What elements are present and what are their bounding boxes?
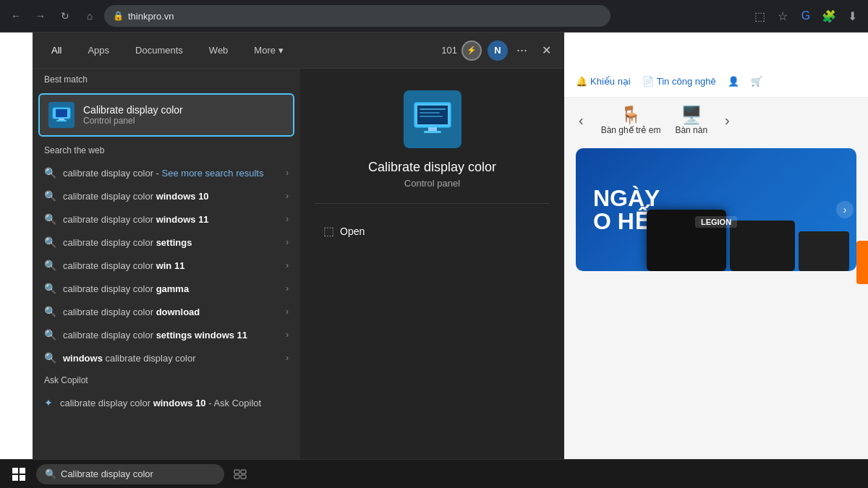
best-match-icon [48, 102, 75, 128]
product-name-1: Bàn ghế trẻ em [601, 125, 661, 135]
result-text-8: windows calibrate display color [63, 353, 278, 364]
tab-apps[interactable]: Apps [76, 40, 121, 60]
tech-news-nav[interactable]: 📄 Tin công nghê [642, 76, 716, 87]
complaint-label: Khiếu nại [590, 76, 631, 87]
back-button[interactable]: ← [6, 6, 26, 26]
search-result-1[interactable]: 🔍 calibrate display color windows 10 › [33, 184, 300, 207]
svg-rect-18 [241, 475, 246, 479]
best-match-text: Calibrate display color Control panel [83, 104, 183, 126]
taskbar-search-box[interactable]: 🔍 Calibrate display color [36, 464, 224, 484]
svg-rect-15 [234, 470, 239, 474]
complaint-nav[interactable]: 🔔 Khiếu nại [576, 76, 631, 87]
main-content: 🔔 Khiếu nại 📄 Tin công nghê 👤 🛒 ‹ 🪑 Bàn … [0, 33, 868, 488]
result-text-1: calibrate display color windows 10 [63, 191, 278, 202]
tab-web[interactable]: Web [197, 40, 240, 60]
reload-button[interactable]: ↻ [55, 6, 75, 26]
next-arrow[interactable]: › [722, 112, 733, 129]
chevron-6: › [286, 307, 289, 317]
svg-rect-7 [420, 112, 440, 114]
notification-count: 101 ⚡ [441, 40, 482, 61]
download-button[interactable]: ⬇ [842, 6, 862, 26]
bookmark-button[interactable]: ☆ [773, 6, 793, 26]
promo-line1: NGÀY [593, 187, 663, 210]
prev-arrow[interactable]: ‹ [576, 112, 587, 129]
app-detail-name: Calibrate display color [368, 160, 496, 175]
search-icon-8: 🔍 [44, 352, 56, 364]
cast-button[interactable]: ⬚ [749, 6, 770, 26]
best-match-label: Best match [33, 69, 300, 90]
search-result-7[interactable]: 🔍 calibrate display color settings windo… [33, 323, 300, 346]
browser-chrome: ← → ↻ ⌂ 🔒 thinkpro.vn ⬚ ☆ G 🧩 ⬇ [0, 0, 868, 33]
chevron-8: › [286, 353, 289, 363]
search-result-3[interactable]: 🔍 calibrate display color settings › [33, 231, 300, 254]
close-button[interactable]: ✕ [536, 40, 557, 60]
app-detail-panel: Calibrate display color Control panel ⬚ … [300, 69, 564, 488]
svg-rect-10 [424, 131, 441, 133]
search-result-0[interactable]: 🔍 calibrate display color - See more sea… [33, 161, 300, 184]
result-text-0: calibrate display color - See more searc… [63, 168, 278, 179]
windows-start-button[interactable] [7, 463, 30, 486]
tech-news-label: Tin công nghê [657, 76, 716, 87]
more-options-button[interactable]: ··· [514, 40, 530, 61]
svg-rect-2 [59, 119, 64, 120]
search-result-8[interactable]: 🔍 windows calibrate display color › [33, 346, 300, 369]
user-avatar[interactable]: N [488, 40, 508, 61]
copilot-result-0[interactable]: ✦ calibrate display color windows 10 - A… [33, 391, 300, 414]
search-result-4[interactable]: 🔍 calibrate display color win 11 › [33, 254, 300, 277]
tab-documents[interactable]: Documents [124, 40, 195, 60]
search-icon-7: 🔍 [44, 329, 56, 341]
see-more-link[interactable]: See more search results [162, 168, 264, 179]
svg-rect-14 [20, 475, 25, 481]
count-value: 101 [441, 45, 457, 56]
start-menu-body: Best match Calibrate display color Contr… [33, 69, 564, 488]
user-nav[interactable]: 👤 [728, 76, 739, 87]
app-large-icon [404, 90, 461, 148]
svg-rect-16 [241, 470, 246, 474]
extensions-button[interactable]: 🧩 [819, 6, 839, 26]
detail-divider [315, 203, 550, 204]
result-text-6: calibrate display color download [63, 307, 278, 317]
home-button[interactable]: ⌂ [80, 6, 100, 26]
result-text-7: calibrate display color settings windows… [63, 330, 278, 341]
svg-rect-17 [234, 475, 239, 479]
copilot-text-0: calibrate display color windows 10 - Ask… [60, 398, 289, 408]
promo-next-arrow[interactable]: › [836, 201, 854, 218]
ask-copilot-label: Ask Copilot [33, 369, 300, 391]
site-nav: 🔔 Khiếu nại 📄 Tin công nghê 👤 🛒 [564, 65, 868, 98]
taskbar: 🔍 Calibrate display color [0, 459, 868, 488]
forward-button[interactable]: → [30, 6, 51, 26]
svg-rect-1 [56, 109, 67, 117]
search-icon-4: 🔍 [44, 260, 56, 271]
product-name-2: Bàn nàn [675, 125, 707, 135]
cart-nav[interactable]: 🛒 [751, 76, 762, 87]
chevron-2: › [286, 214, 289, 224]
promo-banner: NGÀY O HẾT LEGION › [576, 148, 856, 271]
search-icon-5: 🔍 [44, 283, 56, 294]
svg-rect-6 [420, 108, 446, 110]
url-text: thinkpro.vn [128, 11, 602, 22]
search-result-2[interactable]: 🔍 calibrate display color windows 11 › [33, 207, 300, 231]
taskbar-search-text: Calibrate display color [61, 468, 153, 479]
svg-rect-3 [56, 120, 67, 121]
search-result-6[interactable]: 🔍 calibrate display color download › [33, 300, 300, 323]
best-match-item[interactable]: Calibrate display color Control panel [38, 93, 294, 137]
profile-button[interactable]: G [796, 6, 816, 26]
svg-rect-13 [12, 475, 18, 481]
tab-more[interactable]: More ▾ [242, 40, 294, 60]
svg-rect-12 [20, 468, 25, 474]
product-item-1[interactable]: 🪑 Bàn ghế trẻ em [601, 105, 661, 135]
tab-all[interactable]: All [40, 40, 73, 60]
task-view-button[interactable] [230, 464, 250, 484]
open-button[interactable]: ⬚ Open [315, 218, 373, 244]
chevron-7: › [286, 330, 289, 340]
open-label: Open [340, 226, 365, 237]
chevron-0: › [286, 168, 289, 178]
search-result-5[interactable]: 🔍 calibrate display color gamma › [33, 277, 300, 300]
product-item-2[interactable]: 🖥️ Bàn nàn [675, 105, 707, 135]
chevron-4: › [286, 260, 289, 270]
best-match-subtitle: Control panel [83, 116, 183, 126]
sidebar-tab[interactable] [856, 241, 868, 284]
address-bar[interactable]: 🔒 thinkpro.vn [104, 5, 610, 27]
svg-rect-9 [428, 127, 437, 131]
result-text-3: calibrate display color settings [63, 237, 278, 248]
